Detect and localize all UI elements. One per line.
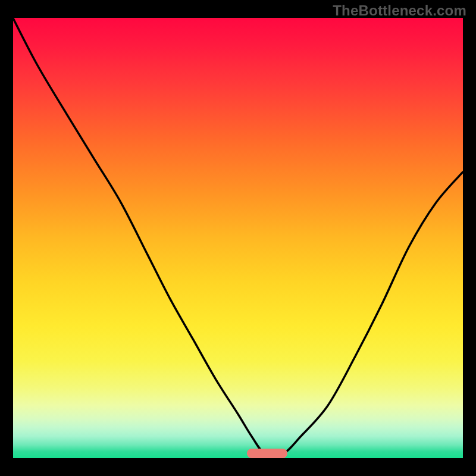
ideal-zone-marker bbox=[247, 449, 287, 458]
plot-area bbox=[13, 18, 463, 458]
chart-stage: TheBottleneck.com bbox=[0, 0, 476, 476]
watermark-text: TheBottleneck.com bbox=[333, 2, 466, 19]
bottleneck-curve bbox=[13, 18, 463, 458]
